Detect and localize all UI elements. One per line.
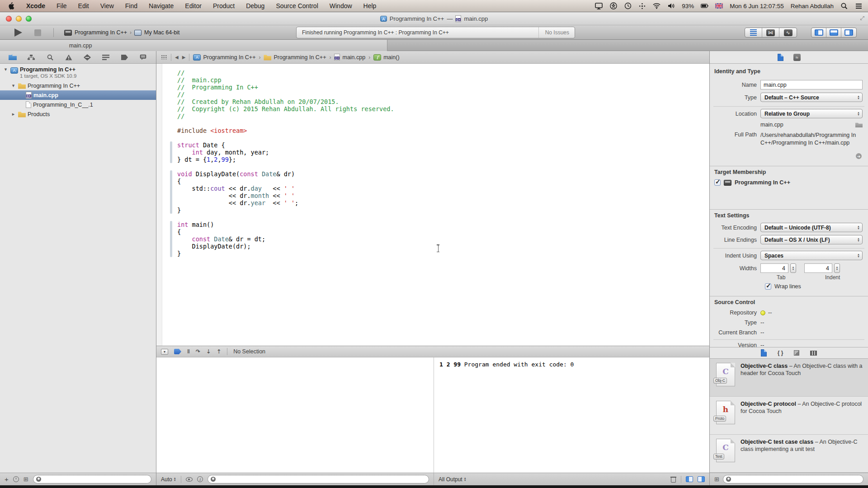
step-into-button[interactable]: ⇣ [206, 348, 211, 355]
target-membership-checkbox[interactable] [714, 179, 721, 186]
toggle-debug-area-button[interactable] [826, 28, 841, 37]
step-over-button[interactable]: ↷ [196, 348, 200, 355]
symbol-navigator-icon[interactable] [27, 54, 36, 61]
library-filter-field[interactable] [723, 475, 863, 483]
menu-item-help[interactable]: Help [363, 2, 377, 9]
apple-menu-icon[interactable] [7, 2, 15, 10]
search-navigator-icon[interactable] [46, 54, 55, 61]
toggle-utilities-button[interactable] [841, 28, 856, 37]
quicklook-icon[interactable] [186, 477, 193, 482]
run-button[interactable] [14, 28, 22, 37]
debug-navigator-icon[interactable] [101, 54, 110, 61]
toggle-navigator-button[interactable] [811, 28, 826, 37]
library-view-mode-icon[interactable]: ⊞ [714, 476, 719, 483]
text-encoding-popup[interactable]: Default – Unicode (UTF-8)▲▼ [760, 223, 863, 232]
tab-width-field[interactable] [760, 263, 788, 273]
library-item-objective-c-class[interactable]: CObj-CObjective-C class – An Objective-C… [710, 359, 868, 397]
menu-item-editor[interactable]: Editor [185, 2, 202, 9]
code-lines[interactable]: //// main.cpp// Programming In C++//// C… [177, 69, 394, 257]
breakpoint-navigator-icon[interactable] [120, 54, 129, 61]
assistant-editor-button[interactable]: ⋈ [762, 28, 779, 37]
location-popup[interactable]: Relative to Group▲▼ [760, 109, 863, 118]
reveal-in-finder-icon[interactable]: ➔ [856, 153, 862, 159]
wrap-lines-checkbox[interactable] [765, 283, 771, 290]
test-navigator-icon[interactable] [83, 54, 92, 61]
breadcrumb-programming-in-c-[interactable]: Programming In C++ [264, 54, 326, 61]
menu-item-find[interactable]: Find [125, 2, 137, 9]
tree-item-programming-in-c-1[interactable]: Programming_In_C__.1 [0, 100, 156, 109]
breadcrumb-main-cpp[interactable]: main.cpp [334, 54, 365, 61]
console-output[interactable]: 1 2 99 Program ended with exit code: 0 [434, 357, 709, 473]
file-template-library-tab[interactable] [761, 349, 767, 357]
scheme-selector[interactable]: Programming In C++ › My Mac 64-bit [64, 25, 180, 40]
library-item-objective-c-protocol[interactable]: hProtoObjective-C protocol – An Objectiv… [710, 397, 868, 435]
related-items-icon[interactable] [161, 55, 167, 60]
tab-width-stepper[interactable]: ▲▼ [790, 263, 796, 273]
breadcrumb-main-[interactable]: main() [373, 54, 399, 61]
breadcrumb-programming-in-c-[interactable]: Programming In C++ [193, 54, 255, 61]
variables-filter-field[interactable] [208, 475, 429, 483]
indent-width-stepper[interactable]: ▲▼ [834, 263, 840, 273]
library-item-objective-c-test-case-class[interactable]: CTestObjective-C test case class – An Ob… [710, 435, 868, 473]
tab-label[interactable]: main.cpp [58, 40, 103, 51]
code-snippet-library-tab[interactable]: { } [778, 350, 783, 356]
standard-editor-button[interactable] [745, 28, 762, 37]
stop-button[interactable] [34, 29, 41, 36]
print-description-icon[interactable]: i [197, 476, 203, 482]
menu-item-product[interactable]: Product [213, 2, 235, 9]
source-editor[interactable]: //// main.cpp// Programming In C++//// C… [156, 64, 709, 346]
clear-console-button[interactable] [670, 476, 676, 483]
display-menu-icon[interactable] [595, 2, 603, 10]
menu-item-debug[interactable]: Debug [246, 2, 264, 9]
wifi-menu-icon[interactable] [653, 2, 660, 10]
volume-menu-icon[interactable] [667, 2, 675, 10]
scm-status-filter-icon[interactable]: ⊞ [24, 476, 28, 483]
disclosure-triangle[interactable]: ▾ [10, 83, 16, 89]
menu-item-navigate[interactable]: Navigate [149, 2, 174, 9]
layout-dots-menu-icon[interactable] [638, 2, 646, 10]
breakpoints-toggle-icon[interactable] [174, 349, 181, 354]
file-type-popup[interactable]: Default – C++ Source▲▼ [760, 93, 863, 102]
choose-folder-icon[interactable] [855, 122, 863, 127]
menu-item-file[interactable]: File [57, 2, 67, 9]
project-navigator-icon[interactable] [8, 54, 17, 61]
indent-width-field[interactable] [804, 263, 832, 273]
step-out-button[interactable]: ⇡ [217, 348, 221, 355]
version-editor-button[interactable]: ∿ [779, 28, 797, 37]
menu-item-window[interactable]: Window [330, 2, 352, 9]
pause-button[interactable]: ‖ [187, 348, 190, 355]
media-library-tab[interactable] [810, 351, 817, 356]
time-machine-menu-icon[interactable] [624, 2, 632, 10]
menu-item-view[interactable]: View [100, 2, 114, 9]
title-bar[interactable]: Programming In C++ — main.cpp ⤢ [0, 12, 868, 25]
show-variables-view-button[interactable] [686, 476, 693, 482]
go-forward-button[interactable]: ▶ [182, 55, 186, 60]
line-endings-popup[interactable]: Default – OS X / Unix (LF)▲▼ [760, 235, 863, 244]
variables-scope-popup[interactable]: Auto▲▼ [161, 476, 176, 483]
navigator-filter-field[interactable] [33, 475, 151, 483]
menu-item-xcode[interactable]: Xcode [26, 2, 45, 9]
file-inspector-tab[interactable] [778, 54, 783, 61]
fullscreen-icon[interactable]: ⤢ [860, 15, 864, 21]
indent-using-popup[interactable]: Spaces▲▼ [760, 251, 863, 260]
report-navigator-icon[interactable] [139, 54, 148, 61]
object-library-tab[interactable] [794, 350, 799, 356]
tree-item-products[interactable]: ▸Products [0, 109, 156, 119]
menu-item-edit[interactable]: Edit [78, 2, 89, 9]
notification-center-icon[interactable] [855, 2, 863, 10]
recent-files-filter-icon[interactable] [13, 476, 19, 482]
input-language-flag-icon[interactable] [715, 2, 723, 10]
menu-clock[interactable]: Mon 6 Jun 12:07:55 [730, 3, 783, 9]
quick-help-tab[interactable]: ≈ [793, 54, 801, 61]
add-button[interactable]: + [5, 475, 9, 483]
show-console-button[interactable] [698, 476, 705, 482]
issues-status[interactable]: No Issues [538, 27, 575, 38]
menu-item-source-control[interactable]: Source Control [276, 2, 318, 9]
variables-view[interactable] [156, 357, 434, 473]
issue-navigator-icon[interactable] [64, 54, 73, 61]
disclosure-triangle[interactable]: ▾ [3, 66, 9, 79]
go-back-button[interactable]: ◀ [175, 55, 179, 60]
menu-user-name[interactable]: Rehan Abdullah [791, 3, 834, 9]
tree-item-project-root[interactable]: ▾ Programming In C++ 1 target, OS X SDK … [0, 66, 156, 79]
tree-item-main-cpp[interactable]: main.cpp [0, 90, 156, 100]
